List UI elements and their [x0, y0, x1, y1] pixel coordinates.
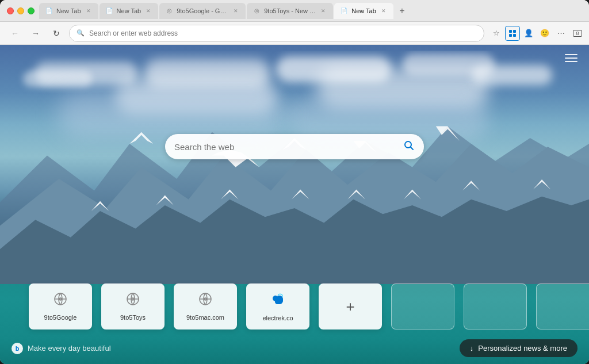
favorites-button[interactable]: ☆	[489, 26, 504, 41]
collections-button[interactable]	[505, 26, 520, 41]
tab-2-close[interactable]: ✕	[144, 7, 152, 15]
tab-2-label: New Tab	[117, 7, 141, 14]
svg-marker-8	[129, 132, 153, 144]
cloud-8	[472, 65, 552, 85]
hamburger-line-1	[565, 54, 577, 55]
forward-button[interactable]: →	[28, 25, 44, 41]
tab-1-label: New Tab	[56, 7, 81, 14]
search-box[interactable]	[165, 134, 424, 159]
site-tile-1[interactable]: 9to5Google	[29, 283, 92, 329]
hamburger-line-2	[565, 58, 577, 59]
tab-count-label: 8	[576, 30, 579, 36]
site-tile-3-label: 9to5mac.com	[186, 314, 224, 321]
svg-rect-1	[513, 30, 516, 33]
minimize-button[interactable]	[17, 7, 24, 14]
site-tile-add[interactable]: +	[319, 283, 382, 329]
tab-3[interactable]: ◎ 9to5Google - Google new... ✕	[159, 3, 246, 19]
tab-5-close[interactable]: ✕	[380, 7, 388, 15]
tab-4-close[interactable]: ✕	[319, 7, 327, 15]
tab-5-favicon: 📄	[340, 7, 348, 15]
search-input[interactable]	[174, 142, 397, 152]
refresh-button[interactable]: ↻	[48, 25, 64, 41]
tab-2-favicon: 📄	[105, 7, 113, 15]
maximize-button[interactable]	[28, 7, 35, 14]
cloud-2	[23, 71, 92, 87]
bing-logo-letter: b	[16, 345, 20, 352]
new-tab-button[interactable]: +	[395, 3, 410, 18]
nav-bar: ← → ↻ 🔍 ☆ 👤 🙂 ⋯ 8	[0, 22, 589, 45]
back-button[interactable]: ←	[7, 25, 23, 41]
tab-4[interactable]: ◎ 9to5Toys - New Gear, rev... ✕	[247, 3, 333, 19]
tab-counter-icon: 8	[573, 30, 582, 37]
nav-right-buttons: ☆ 👤 🙂 ⋯	[489, 26, 568, 41]
profile-button[interactable]: 👤	[521, 26, 536, 41]
top-sites: 9to5Google 9to5Toys	[29, 283, 589, 329]
bing-logo: b	[12, 343, 23, 354]
emoji-button[interactable]: 🙂	[537, 26, 552, 41]
tab-1-favicon: 📄	[45, 7, 53, 15]
site-tile-empty-1[interactable]	[391, 283, 454, 329]
browser-window: 📄 New Tab ✕ 📄 New Tab ✕ ◎ 9to5Google - G…	[0, 0, 589, 364]
tab-counter[interactable]: 8	[573, 30, 582, 37]
branding-tagline: Make every day beautiful	[28, 344, 111, 352]
content-area: 9to5Google 9to5Toys	[0, 45, 589, 364]
site-tile-empty-2[interactable]	[464, 283, 527, 329]
news-button-label: Personalized news & more	[478, 344, 567, 352]
address-bar[interactable]: 🔍	[69, 25, 484, 42]
svg-rect-0	[509, 30, 512, 33]
tab-2[interactable]: 📄 New Tab ✕	[100, 3, 159, 19]
site-tile-1-label: 9to5Google	[44, 314, 77, 321]
svg-rect-2	[509, 34, 512, 37]
add-site-plus-icon: +	[346, 298, 354, 316]
news-button[interactable]: ↓ Personalized news & more	[460, 339, 577, 357]
site-tile-4[interactable]: electrek.co	[246, 283, 309, 329]
site-tile-2[interactable]: 9to5Toys	[101, 283, 165, 329]
title-bar: 📄 New Tab ✕ 📄 New Tab ✕ ◎ 9to5Google - G…	[0, 0, 589, 22]
site-tile-3[interactable]: 9to5mac.com	[174, 283, 237, 329]
address-input[interactable]	[89, 29, 477, 37]
svg-rect-3	[513, 34, 516, 37]
tab-1[interactable]: 📄 New Tab ✕	[39, 3, 98, 19]
site-tile-4-label: electrek.co	[262, 315, 293, 321]
hamburger-line-3	[565, 61, 577, 62]
site-tile-2-icon	[126, 292, 140, 309]
tab-5-label: New Tab	[351, 7, 376, 14]
tab-4-label: 9to5Toys - New Gear, rev...	[264, 7, 316, 14]
tab-3-close[interactable]: ✕	[232, 7, 240, 15]
tab-3-favicon: ◎	[165, 7, 173, 15]
site-tile-1-icon	[53, 292, 67, 309]
hamburger-menu[interactable]	[565, 54, 577, 62]
search-icon: 🔍	[77, 29, 85, 37]
tab-4-favicon: ◎	[253, 7, 261, 15]
search-container	[165, 134, 424, 159]
tab-5[interactable]: 📄 New Tab ✕	[334, 3, 393, 19]
site-tile-3-icon	[198, 292, 212, 309]
search-submit-icon[interactable]	[403, 140, 415, 154]
site-tile-2-label: 9to5Toys	[120, 314, 146, 321]
traffic-lights	[7, 7, 35, 14]
close-button[interactable]	[7, 7, 14, 14]
bing-branding: b Make every day beautiful	[12, 343, 111, 354]
settings-button[interactable]: ⋯	[553, 26, 568, 41]
site-tile-empty-3[interactable]	[536, 283, 589, 329]
site-tile-4-icon	[270, 292, 285, 310]
bottom-bar: b Make every day beautiful ↓ Personalize…	[0, 332, 589, 364]
svg-line-21	[411, 147, 414, 150]
news-button-icon: ↓	[470, 344, 474, 352]
tab-1-close[interactable]: ✕	[85, 7, 93, 15]
tab-3-label: 9to5Google - Google new...	[177, 7, 228, 14]
tabs-area: 📄 New Tab ✕ 📄 New Tab ✕ ◎ 9to5Google - G…	[39, 3, 582, 19]
